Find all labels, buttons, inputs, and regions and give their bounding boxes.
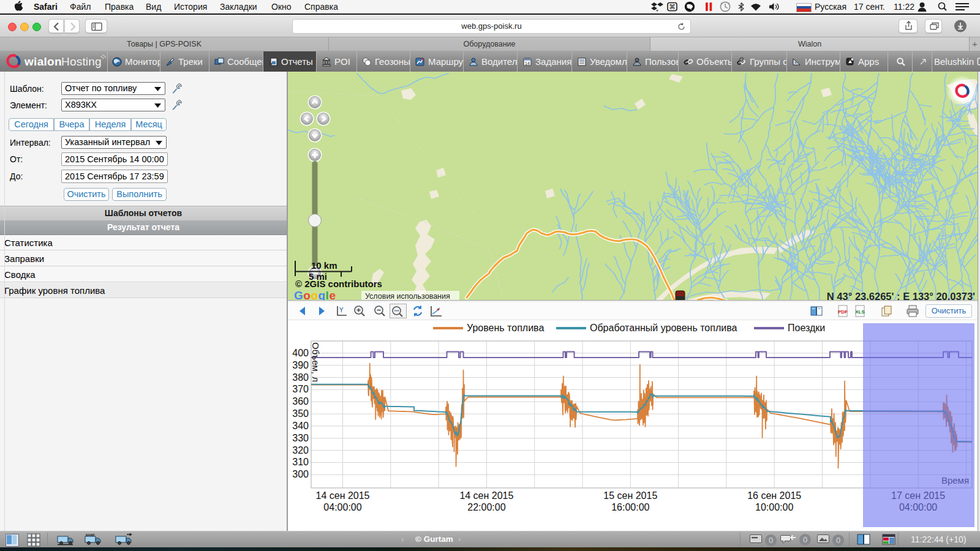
svg-text:wialon: wialon: [24, 55, 62, 68]
svg-text:14: 14: [525, 61, 530, 65]
svg-text:© 2GIS contributors: © 2GIS contributors: [295, 279, 382, 289]
svg-text:⌘: ⌘: [669, 3, 676, 10]
svg-text:Hosting: Hosting: [61, 55, 102, 68]
svg-text:N 43° 23.6265' : E 133° 20.037: N 43° 23.6265' : E 133° 20.0373': [827, 291, 975, 300]
svg-text:10 km: 10 km: [311, 260, 337, 271]
svg-text:NAME: NAME: [86, 533, 95, 537]
svg-text:Условия использования: Условия использования: [365, 292, 450, 300]
svg-text:Google: Google: [294, 289, 336, 300]
